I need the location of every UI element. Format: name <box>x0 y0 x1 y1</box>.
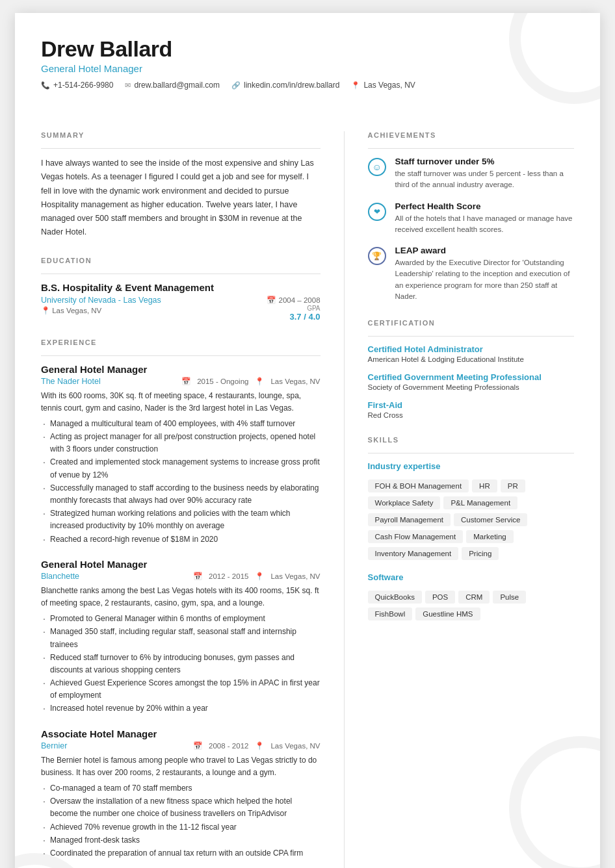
job1-dates-loc: 📅 2015 - Ongoing 📍 Las Vegas, NV <box>181 377 320 386</box>
edu-degree: B.S. Hospitality & Event Management <box>41 282 321 293</box>
job3-desc: The Bernier hotel is famous among people… <box>41 754 321 779</box>
cert-2-title: Certified Government Meeting Professiona… <box>368 372 574 382</box>
cert-2: Certified Government Meeting Professiona… <box>368 372 574 391</box>
cert-3-issuer: Red Cross <box>368 411 574 419</box>
edu-school: University of Nevada - Las Vegas <box>41 296 161 305</box>
skill-tag: HR <box>472 479 497 492</box>
certification-section: CERTIFICATION Certified Hotel Administra… <box>368 319 574 419</box>
achievement-1: ☺ Staff turnover under 5% the staff turn… <box>368 157 574 191</box>
cert-1: Certified Hotel Administrator American H… <box>368 344 574 363</box>
list-item: Acting as project manager for all pre/po… <box>41 431 321 455</box>
job1-meta: The Nader Hotel 📅 2015 - Ongoing 📍 Las V… <box>41 377 321 386</box>
cert-1-issuer: American Hotel & Lodging Educational Ins… <box>368 355 574 363</box>
job3-dates-loc: 📅 2008 - 2012 📍 Las Vegas, NV <box>193 741 320 750</box>
list-item: Co-managed a team of 70 staff members <box>41 782 321 795</box>
job2-pin-icon: 📍 <box>255 572 264 581</box>
trophy-icon: 🏆 <box>368 247 386 265</box>
phone-icon: 📞 <box>41 81 50 90</box>
job2-dates-loc: 📅 2012 - 2015 📍 Las Vegas, NV <box>193 572 320 581</box>
education-section: EDUCATION B.S. Hospitality & Event Manag… <box>41 257 321 322</box>
edu-cal-icon: 📅 <box>267 296 276 305</box>
skill-tag: Customer Service <box>454 513 527 526</box>
summary-section: SUMMARY I have always wanted to see the … <box>41 131 321 240</box>
achievement-2: ❤ Perfect Health Score All of the hotels… <box>368 201 574 236</box>
skills-industry-label: Industry expertise <box>368 461 574 471</box>
cert-1-title: Certified Hotel Administrator <box>368 344 574 354</box>
job3-bullets: Co-managed a team of 70 staff members Ov… <box>41 782 321 860</box>
achievement-3-desc: Awarded by the Executive Director for 'O… <box>395 257 574 302</box>
achievement-1-content: Staff turnover under 5% the staff turnov… <box>395 157 574 191</box>
resume-header: Drew Ballard General Hotel Manager 📞 +1-… <box>15 13 600 105</box>
job3-title: Associate Hotel Manager <box>41 728 321 739</box>
list-item: Managed front-desk tasks <box>41 834 321 847</box>
job1-title: General Hotel Manager <box>41 364 321 375</box>
skill-tag: FishBowl <box>368 607 413 620</box>
achievement-2-desc: All of the hotels that I have managed or… <box>395 213 574 236</box>
skills-software: Software QuickBooks POS CRM Pulse FishBo… <box>368 572 574 622</box>
edu-gpa-value: 3.7 / 4.0 <box>267 312 321 322</box>
skill-tag: QuickBooks <box>368 591 422 604</box>
achievements-section: ACHIEVEMENTS ☺ Staff turnover under 5% t… <box>368 131 574 302</box>
candidate-title: General Hotel Manager <box>41 63 574 74</box>
job3-company: Bernier <box>41 741 67 750</box>
achievement-3: 🏆 LEAP award Awarded by the Executive Di… <box>368 246 574 302</box>
list-item: Promoted to General Manager within 6 mon… <box>41 613 321 625</box>
list-item: Managed 350 staff, including regular sta… <box>41 626 321 650</box>
job3-pin-icon: 📍 <box>255 741 264 750</box>
job2-title: General Hotel Manager <box>41 559 321 570</box>
list-item: Strategized human working relations and … <box>41 507 321 532</box>
skills-software-grid: QuickBooks POS CRM Pulse FishBowl Guestl… <box>368 589 574 622</box>
job2-desc: Blanchette ranks among the best Las Vega… <box>41 585 321 609</box>
resume-content: SUMMARY I have always wanted to see the … <box>15 105 600 868</box>
achievement-2-title: Perfect Health Score <box>395 201 574 211</box>
contact-location: 📍 Las Vegas, NV <box>351 81 415 90</box>
skill-tag: POS <box>425 591 455 604</box>
skills-industry-grid: FOH & BOH Management HR PR Workplace Saf… <box>368 478 574 562</box>
achievement-1-desc: the staff turnover was under 5 percent -… <box>395 168 574 191</box>
skill-tag: Payroll Management <box>368 513 451 526</box>
job1-pin-icon: 📍 <box>255 377 264 386</box>
skill-tag: PR <box>501 479 525 492</box>
cert-3-title: First-Aid <box>368 400 574 410</box>
experience-job-1: General Hotel Manager The Nader Hotel 📅 … <box>41 364 321 546</box>
achievement-1-title: Staff turnover under 5% <box>395 157 574 166</box>
skills-section: SKILLS Industry expertise FOH & BOH Mana… <box>368 436 574 622</box>
edu-location: 📍 Las Vegas, NV <box>41 306 161 315</box>
job2-bullets: Promoted to General Manager within 6 mon… <box>41 613 321 715</box>
skill-tag: Cash Flow Management <box>368 530 464 543</box>
skill-tag: P&L Management <box>443 496 517 509</box>
job3-cal-icon: 📅 <box>193 741 202 750</box>
skill-tag: Inventory Management <box>368 547 459 560</box>
achievement-3-title: LEAP award <box>395 246 574 255</box>
experience-job-3: Associate Hotel Manager Bernier 📅 2008 -… <box>41 728 321 860</box>
job1-company: The Nader Hotel <box>41 377 101 386</box>
candidate-name: Drew Ballard <box>41 36 574 62</box>
experience-section: EXPERIENCE General Hotel Manager The Nad… <box>41 338 321 860</box>
skills-software-label: Software <box>368 572 574 582</box>
job3-meta: Bernier 📅 2008 - 2012 📍 Las Vegas, NV <box>41 741 321 750</box>
contact-phone: 📞 +1-514-266-9980 <box>41 81 113 90</box>
skill-tag: CRM <box>458 591 490 604</box>
list-item: Successfully managed to staff according … <box>41 482 321 507</box>
job1-bullets: Managed a multicultural team of 400 empl… <box>41 418 321 546</box>
edu-gpa-label: GPA <box>267 305 321 312</box>
cert-3: First-Aid Red Cross <box>368 400 574 419</box>
heart-icon: ❤ <box>368 203 386 221</box>
list-item: Achieved Guest Experience Scores amongst… <box>41 677 321 702</box>
cert-2-issuer: Society of Government Meeting Profession… <box>368 383 574 391</box>
list-item: Reached a record-high revenue of $18M in… <box>41 533 321 546</box>
skill-tag: Guestline HMS <box>415 607 480 620</box>
resume-page: Drew Ballard General Hotel Manager 📞 +1-… <box>15 13 600 868</box>
job2-company: Blanchette <box>41 572 79 581</box>
list-item: Coordinated the preparation of annual ta… <box>41 847 321 860</box>
skill-tag: FOH & BOH Management <box>368 479 469 492</box>
contact-linkedin: 🔗 linkedin.com/in/drew.ballard <box>231 81 339 90</box>
contact-email: ✉ drew.ballard@gmail.com <box>125 81 220 90</box>
edu-location-pin-icon: 📍 <box>41 307 50 314</box>
achievements-label: ACHIEVEMENTS <box>368 131 574 139</box>
certification-label: CERTIFICATION <box>368 319 574 327</box>
job2-cal-icon: 📅 <box>193 572 202 581</box>
skill-tag: Pricing <box>462 547 499 560</box>
edu-meta: University of Nevada - Las Vegas 📍 Las V… <box>41 296 321 322</box>
list-item: Oversaw the installation of a new fitnes… <box>41 795 321 820</box>
